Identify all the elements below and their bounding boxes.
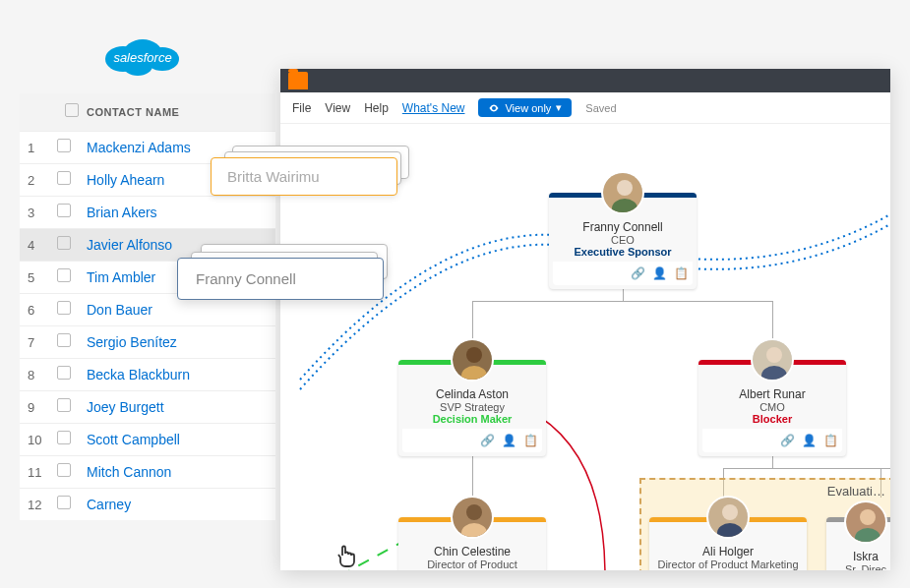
svg-text:salesforce: salesforce bbox=[113, 50, 171, 65]
row-checkbox[interactable] bbox=[57, 236, 71, 250]
link-icon[interactable]: 🔗 bbox=[779, 433, 795, 448]
link-icon[interactable]: 🔗 bbox=[630, 265, 645, 281]
table-row[interactable]: 11Mitch Cannon bbox=[20, 455, 275, 488]
menu-file[interactable]: File bbox=[292, 101, 311, 115]
org-node-ali[interactable]: Ali Holger Director of Product Marketing… bbox=[649, 517, 807, 570]
table-row[interactable]: 8Becka Blackburn bbox=[20, 358, 275, 390]
row-checkbox[interactable] bbox=[57, 463, 71, 477]
contact-link[interactable]: Javier Alfonso bbox=[87, 237, 172, 253]
node-name: Franny Connell bbox=[553, 220, 693, 234]
salesforce-logo: salesforce bbox=[93, 25, 192, 88]
org-node-albert[interactable]: Albert Runar CMO Blocker 🔗 👤 📋 bbox=[698, 360, 846, 456]
contact-link[interactable]: Sergio Benítez bbox=[87, 334, 177, 350]
node-title: Sr. Direc bbox=[830, 563, 890, 570]
person-icon[interactable]: 👤 bbox=[501, 433, 516, 448]
select-all-checkbox[interactable] bbox=[65, 103, 79, 117]
avatar bbox=[601, 171, 644, 214]
node-title: SVP Strategy bbox=[402, 401, 542, 413]
svg-point-9 bbox=[466, 347, 482, 363]
node-title: CMO bbox=[702, 401, 842, 413]
avatar bbox=[451, 338, 494, 382]
node-title: Director of Product Marketing bbox=[653, 559, 803, 570]
avatar bbox=[751, 338, 794, 382]
org-node-franny[interactable]: Franny Connell CEO Executive Sponsor 🔗 👤… bbox=[549, 193, 697, 289]
saved-status: Saved bbox=[585, 102, 616, 114]
eye-icon bbox=[488, 102, 500, 114]
node-role: Blocker bbox=[702, 413, 842, 425]
org-node-iskra[interactable]: Iskra Sr. Direc Oth bbox=[826, 517, 890, 570]
chevron-down-icon: ▾ bbox=[556, 101, 562, 114]
node-name: Celinda Aston bbox=[402, 387, 542, 401]
node-role: Decision Maker bbox=[402, 413, 542, 425]
row-checkbox[interactable] bbox=[57, 268, 71, 282]
contact-link[interactable]: Carney bbox=[87, 497, 131, 512]
contact-link[interactable]: Becka Blackburn bbox=[87, 367, 190, 382]
table-row[interactable]: 3Brian Akers bbox=[20, 196, 275, 228]
person-icon[interactable]: 👤 bbox=[801, 433, 817, 448]
person-icon[interactable]: 👤 bbox=[651, 265, 667, 281]
contact-link[interactable]: Holly Ahearn bbox=[87, 172, 164, 188]
node-name: Albert Runar bbox=[702, 387, 842, 401]
row-checkbox[interactable] bbox=[57, 398, 71, 412]
menu-help[interactable]: Help bbox=[364, 101, 389, 115]
contact-link[interactable]: Brian Akers bbox=[87, 205, 157, 220]
row-checkbox[interactable] bbox=[57, 366, 71, 380]
row-checkbox[interactable] bbox=[57, 301, 71, 315]
org-node-chin[interactable]: Chin Celestine Director of Product Evalu… bbox=[398, 517, 546, 570]
menu-whats-new[interactable]: What's New bbox=[402, 101, 465, 115]
svg-point-21 bbox=[860, 509, 876, 525]
svg-point-12 bbox=[766, 347, 782, 363]
drag-card-britta[interactable]: Britta Wairimu bbox=[211, 157, 397, 196]
node-title: CEO bbox=[553, 234, 693, 246]
menu-view[interactable]: View bbox=[325, 101, 350, 115]
avatar bbox=[706, 496, 750, 539]
org-node-celinda[interactable]: Celinda Aston SVP Strategy Decision Make… bbox=[398, 360, 546, 456]
node-role: Executive Sponsor bbox=[553, 246, 693, 258]
table-row[interactable]: 10Scott Campbell bbox=[20, 423, 275, 455]
cursor-icon bbox=[334, 542, 358, 570]
avatar bbox=[451, 496, 494, 539]
table-row[interactable]: 7Sergio Benítez bbox=[20, 325, 275, 358]
zone-label: Evaluati… bbox=[827, 484, 885, 499]
row-checkbox[interactable] bbox=[57, 204, 71, 217]
contact-header-label: CONTACT NAME bbox=[87, 106, 179, 118]
contact-link[interactable]: Scott Campbell bbox=[87, 432, 180, 447]
svg-point-15 bbox=[466, 504, 482, 520]
view-only-button[interactable]: View only ▾ bbox=[478, 98, 572, 117]
notes-icon[interactable]: 📋 bbox=[822, 433, 838, 448]
notes-icon[interactable]: 📋 bbox=[673, 265, 689, 281]
row-checkbox[interactable] bbox=[57, 496, 71, 509]
node-title: Director of Product bbox=[402, 559, 542, 570]
row-checkbox[interactable] bbox=[57, 139, 71, 152]
menubar: File View Help What's New View only ▾ Sa… bbox=[280, 92, 890, 124]
node-name: Iskra bbox=[830, 550, 890, 563]
node-name: Ali Holger bbox=[653, 545, 803, 559]
link-icon[interactable]: 🔗 bbox=[479, 433, 495, 448]
contact-link[interactable]: Tim Ambler bbox=[87, 269, 155, 285]
row-checkbox[interactable] bbox=[57, 171, 71, 185]
window-titlebar[interactable] bbox=[280, 69, 890, 92]
notes-icon[interactable]: 📋 bbox=[522, 433, 538, 448]
svg-point-6 bbox=[617, 180, 633, 196]
contact-link[interactable]: Don Bauer bbox=[87, 302, 152, 318]
table-row[interactable]: 9Joey Burgett bbox=[20, 390, 275, 423]
node-name: Chin Celestine bbox=[402, 545, 542, 559]
table-row[interactable]: 12Carney bbox=[20, 488, 275, 520]
row-checkbox[interactable] bbox=[57, 431, 71, 444]
svg-point-18 bbox=[722, 504, 738, 520]
contact-link[interactable]: Mitch Cannon bbox=[87, 464, 171, 480]
contact-link[interactable]: Mackenzi Adams bbox=[87, 140, 191, 155]
drag-card-franny[interactable]: Franny Connell bbox=[177, 258, 384, 300]
avatar bbox=[844, 500, 887, 544]
contact-header: CONTACT NAME bbox=[20, 93, 275, 131]
contact-link[interactable]: Joey Burgett bbox=[87, 399, 164, 415]
folder-icon bbox=[288, 72, 308, 89]
org-chart-window: File View Help What's New View only ▾ Sa… bbox=[280, 69, 890, 570]
row-checkbox[interactable] bbox=[57, 333, 71, 347]
